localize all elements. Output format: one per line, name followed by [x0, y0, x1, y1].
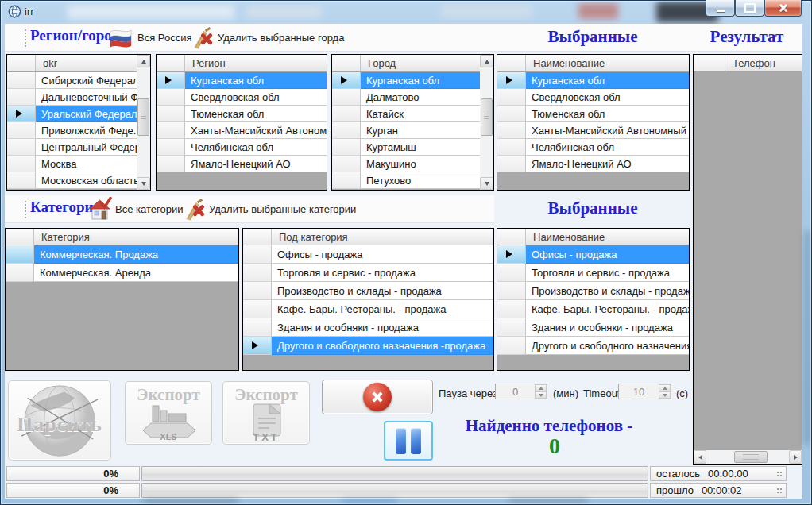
grid-header: okr — [7, 55, 137, 72]
table-row[interactable]: Ханты-Мансийский Автономн... — [157, 122, 327, 139]
cell: Курган — [361, 122, 480, 139]
cell: Далматово — [361, 89, 480, 106]
table-row[interactable]: Тюменская обл — [157, 106, 327, 122]
export-txt-button[interactable]: Экспорт TXT — [222, 381, 310, 445]
toolstrip-grip-icon[interactable] — [24, 200, 27, 218]
row-selector — [6, 245, 34, 264]
maximize-button[interactable] — [735, 0, 764, 17]
table-row[interactable]: Уральский Федерал... — [7, 106, 137, 122]
row-selector — [7, 106, 36, 122]
table-row[interactable]: Ханты-Мансийский Автономный окр... — [497, 122, 689, 139]
scroll-thumb[interactable] — [734, 451, 768, 463]
table-row[interactable]: Производство и склады - продажа — [497, 282, 689, 300]
table-row[interactable]: Здания и особняки - продажа — [497, 318, 689, 337]
table-row[interactable]: Катайск — [332, 106, 480, 122]
scroll-arrow-button[interactable] — [480, 55, 493, 67]
row-selector — [497, 139, 526, 156]
toolstrip-grip-icon[interactable] — [24, 29, 27, 47]
scroll-track[interactable] — [480, 67, 493, 177]
table-row[interactable]: Куртамыш — [332, 139, 480, 156]
timeout-unit: (с) — [676, 387, 688, 399]
table-row[interactable]: Офисы - продажа — [243, 245, 493, 264]
stop-x-icon — [373, 392, 382, 402]
table-row[interactable]: Макушино — [332, 156, 480, 172]
vertical-scrollbar[interactable] — [137, 55, 150, 190]
pause-button[interactable] — [384, 421, 433, 461]
delete-selected-cities-button[interactable]: Удалить выбранные горда — [218, 32, 344, 44]
table-row[interactable]: Центральный Федер... — [7, 139, 137, 156]
table-row[interactable]: Другого и свободного назначения -... — [497, 337, 689, 355]
table-row[interactable]: Курганская обл — [332, 72, 480, 89]
timeout-stepper[interactable]: 10 — [618, 384, 671, 399]
stepper-up-button[interactable] — [659, 384, 671, 391]
table-row[interactable]: Другого и свободного назначения -продажа — [243, 337, 493, 355]
scroll-track[interactable] — [706, 450, 789, 464]
export-xls-button[interactable]: Экспорт XLS — [125, 381, 212, 445]
table-row[interactable]: Московская область — [7, 172, 137, 189]
all-categories-button[interactable]: Все категории — [115, 203, 183, 215]
minimize-button[interactable] — [706, 0, 735, 17]
scroll-arrow-button[interactable] — [789, 450, 802, 464]
table-row[interactable]: Кафе. Бары. Рестораны. - продажа — [243, 300, 493, 318]
table-row[interactable]: Москва — [7, 156, 137, 172]
table-row[interactable]: Петухово — [332, 172, 480, 189]
table-row[interactable]: Сибирский Федерал... — [7, 72, 137, 89]
table-row[interactable]: Челябинская обл — [497, 139, 689, 156]
scroll-track[interactable] — [137, 67, 150, 177]
all-russia-button[interactable]: Вся Россия — [137, 32, 191, 44]
table-row[interactable]: Офисы - продажа — [497, 245, 689, 264]
stepper-down-button[interactable] — [659, 391, 671, 399]
scroll-arrow-button[interactable] — [694, 450, 706, 464]
table-row[interactable]: Курганская обл — [157, 72, 327, 89]
scroll-arrow-button[interactable] — [480, 177, 493, 190]
scroll-thumb[interactable] — [481, 98, 493, 136]
row-selector — [243, 337, 272, 355]
table-row[interactable]: Приволжский Феде... — [7, 122, 137, 139]
table-row[interactable]: Свердловская обл — [157, 89, 327, 106]
scroll-thumb[interactable] — [137, 98, 149, 136]
table-row[interactable]: Челябинская обл — [157, 139, 327, 156]
table-row[interactable]: Коммерческая. Продажа — [6, 245, 238, 264]
table-row[interactable]: Здания и особняки - продажа — [243, 318, 493, 337]
stepper-down-button[interactable] — [535, 391, 547, 399]
broom-red-x-icon[interactable] — [180, 198, 207, 221]
table-row[interactable]: Далматово — [332, 89, 480, 106]
table-row[interactable]: Ямало-Ненецкий АО — [497, 156, 689, 172]
row-selector — [497, 282, 526, 300]
stepper-up-button[interactable] — [535, 384, 547, 391]
parse-button[interactable]: Парсить — [8, 380, 111, 461]
russia-flag-icon[interactable] — [108, 27, 133, 48]
pause-after-stepper[interactable]: 0 — [495, 384, 547, 399]
client-area: Регион/город Вся Россия Удалить выбранны… — [5, 24, 802, 499]
house-red-check-icon[interactable] — [86, 197, 113, 222]
broom-red-x-icon[interactable] — [188, 26, 215, 49]
vertical-scrollbar[interactable] — [480, 55, 493, 190]
current-row-arrow-icon — [506, 76, 512, 84]
table-row[interactable]: Торговля и сервис - продажа — [243, 264, 493, 282]
table-row[interactable]: Тюменская обл — [497, 106, 689, 122]
table-row[interactable]: Ямало-Ненецкий АО — [157, 156, 327, 172]
cell: Здания и особняки - продажа — [272, 318, 493, 337]
table-row[interactable]: Курганская обл — [497, 72, 689, 89]
table-row[interactable]: Коммерческая. Аренда — [6, 264, 238, 282]
scroll-arrow-button[interactable] — [137, 177, 150, 190]
table-row[interactable]: Свердловская обл — [497, 89, 689, 106]
grid-body: ГородКурганская облДалматовоКатайскКурга… — [332, 55, 480, 190]
titlebar[interactable]: irr — [0, 0, 812, 24]
grid-empty-area — [243, 355, 493, 370]
glass-reflection — [143, 499, 238, 504]
delete-selected-categories-button[interactable]: Удалить выбранные категории — [209, 203, 356, 215]
close-button[interactable] — [764, 0, 802, 17]
table-row[interactable]: Торговля и сервис - продажа — [497, 264, 689, 282]
scroll-arrow-button[interactable] — [137, 55, 150, 67]
stop-button[interactable] — [322, 380, 433, 414]
table-row[interactable]: Кафе. Бары. Рестораны. - продажа — [497, 300, 689, 318]
cell: Офисы - продажа — [526, 245, 689, 264]
table-row[interactable]: Дальневосточный Ф... — [7, 89, 137, 106]
horizontal-scrollbar[interactable] — [694, 450, 802, 464]
current-row-arrow-icon — [16, 110, 22, 118]
table-row[interactable]: Курган — [332, 122, 480, 139]
row-selector — [243, 282, 272, 300]
table-row[interactable]: Производство и склады - продажа — [243, 282, 493, 300]
glass-reflection — [441, 5, 532, 17]
